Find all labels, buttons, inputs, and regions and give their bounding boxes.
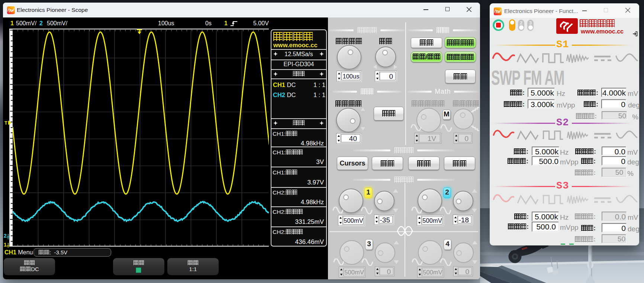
svg-text:2: 2 [4, 233, 7, 239]
svg-text:1: 1 [4, 242, 7, 248]
svg-text:T: T [4, 120, 7, 126]
